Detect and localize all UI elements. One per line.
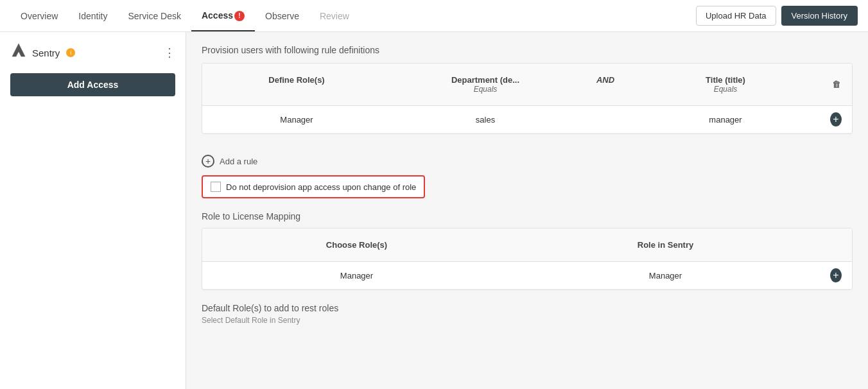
top-nav: Overview Identity Service Desk Access ! … [0, 0, 868, 32]
table-row: Manager sales manager + [202, 106, 852, 134]
th-choose-roles: Choose Role(s) [202, 235, 511, 255]
td-role: Manager [202, 108, 391, 131]
th-add-license [820, 235, 852, 255]
license-table-header: Choose Role(s) Role in Sentry [202, 229, 852, 262]
rule-table-header: Define Role(s) Department (de... Equals … [202, 64, 852, 106]
add-rule-label: Add a rule [220, 157, 257, 166]
access-badge: ! [234, 11, 245, 21]
default-roles-section: Default Role(s) to add to rest roles Sel… [202, 303, 853, 325]
deprovision-checkbox-row[interactable]: Do not deprovision app access upon chang… [202, 175, 425, 198]
nav-item-review[interactable]: Review [309, 2, 360, 30]
nav-item-service-desk[interactable]: Service Desk [118, 2, 191, 30]
th-role-in-sentry: Role in Sentry [511, 235, 820, 255]
sidebar-header: Sentry i ⋮ [10, 42, 175, 63]
nav-item-access[interactable]: Access ! [191, 1, 255, 31]
nav-item-overview[interactable]: Overview [10, 2, 68, 30]
td-add-license-row[interactable]: + [820, 262, 852, 289]
provision-title: Provision users with following rule defi… [202, 45, 853, 55]
nav-item-identity[interactable]: Identity [68, 2, 117, 30]
td-and-spacer [580, 113, 631, 126]
license-mapping-title: Role to License Mapping [202, 211, 853, 221]
nav-item-observe[interactable]: Observe [255, 2, 309, 30]
default-roles-title: Default Role(s) to add to rest roles [202, 303, 853, 313]
sidebar-app-name: Sentry [32, 48, 60, 58]
deprovision-checkbox[interactable] [211, 182, 221, 192]
td-department: sales [391, 108, 580, 131]
th-and: AND [580, 70, 631, 99]
add-license-icon[interactable]: + [830, 268, 842, 282]
sidebar: Sentry i ⋮ Add Access [0, 32, 186, 389]
version-history-button[interactable]: Version History [781, 6, 858, 26]
delete-icon: 🗑 [832, 80, 840, 89]
delete-column-header[interactable]: 🗑 [820, 70, 852, 99]
td-title: manager [631, 108, 820, 131]
sidebar-menu-icon[interactable]: ⋮ [164, 46, 175, 60]
add-rule-row[interactable]: + Add a rule [202, 147, 853, 175]
add-row-icon[interactable]: + [830, 112, 842, 126]
sentry-logo-icon [10, 42, 27, 63]
sidebar-logo-area: Sentry i [10, 42, 75, 63]
license-table-row: Manager Manager + [202, 262, 852, 290]
th-department: Department (de... Equals [391, 70, 580, 99]
td-choose-role: Manager [202, 264, 511, 287]
rule-definitions-card: Define Role(s) Department (de... Equals … [202, 63, 853, 134]
main-content: Provision users with following rule defi… [186, 32, 868, 389]
sidebar-app-badge: i [66, 48, 75, 57]
deprovision-label: Do not deprovision app access upon chang… [226, 182, 416, 192]
td-add-row[interactable]: + [820, 106, 852, 133]
license-mapping-card: Choose Role(s) Role in Sentry Manager Ma… [202, 228, 853, 290]
upload-hr-button[interactable]: Upload HR Data [696, 6, 776, 26]
th-title: Title (title) Equals [631, 70, 820, 99]
add-access-button[interactable]: Add Access [10, 73, 175, 96]
main-layout: Sentry i ⋮ Add Access Provision users wi… [0, 32, 868, 389]
default-roles-sub: Select Default Role in Sentry [202, 316, 853, 325]
th-define-roles: Define Role(s) [202, 70, 391, 99]
td-role-sentry: Manager [511, 264, 820, 287]
add-rule-circle-icon: + [202, 155, 214, 168]
